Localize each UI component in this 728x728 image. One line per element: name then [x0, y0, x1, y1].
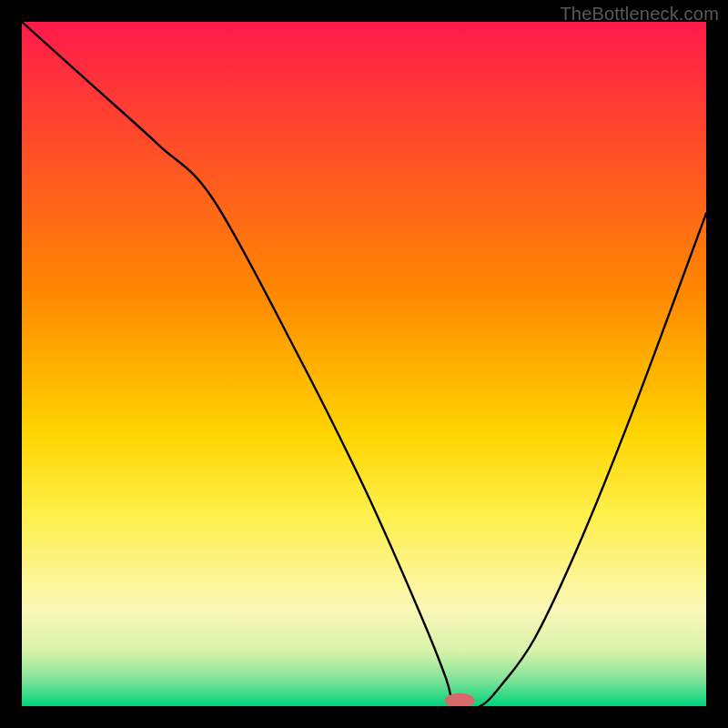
chart-frame: TheBottleneck.com: [0, 0, 728, 728]
chart-svg: [22, 22, 706, 706]
gradient-background: [22, 22, 706, 706]
watermark-label: TheBottleneck.com: [560, 4, 719, 25]
plot-area: [22, 22, 706, 706]
